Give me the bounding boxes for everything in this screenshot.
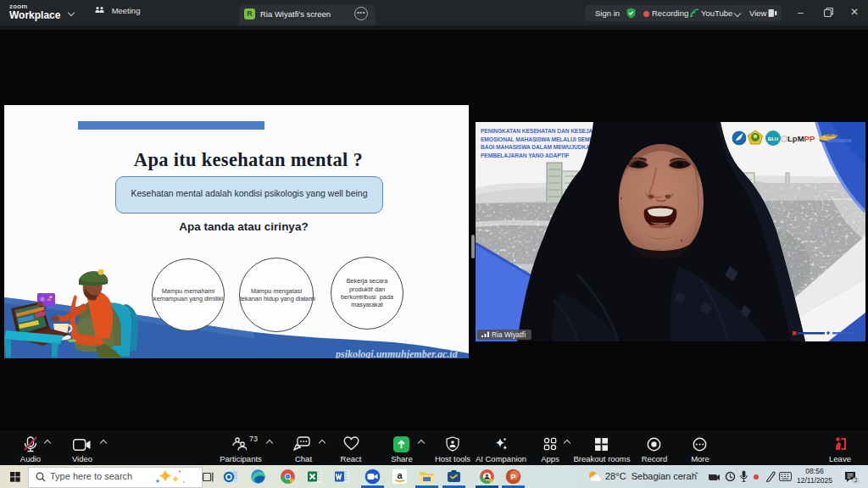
svg-text:a: a bbox=[397, 470, 403, 480]
svg-text:BLU: BLU bbox=[768, 136, 778, 141]
svg-text:BERDAMPAK: BERDAMPAK bbox=[827, 139, 853, 143]
svg-text:DIKTISAINTEK: DIKTISAINTEK bbox=[826, 132, 855, 137]
svg-text:Ria Wiyatfi: Ria Wiyatfi bbox=[492, 330, 526, 339]
svg-text:PEMBELAJARAN YANG ADAPTIF: PEMBELAJARAN YANG ADAPTIF bbox=[481, 152, 569, 158]
svg-text:3: 3 bbox=[854, 477, 857, 483]
svg-text:P: P bbox=[510, 472, 516, 481]
svg-text:LpMPP: LpMPP bbox=[787, 134, 815, 143]
